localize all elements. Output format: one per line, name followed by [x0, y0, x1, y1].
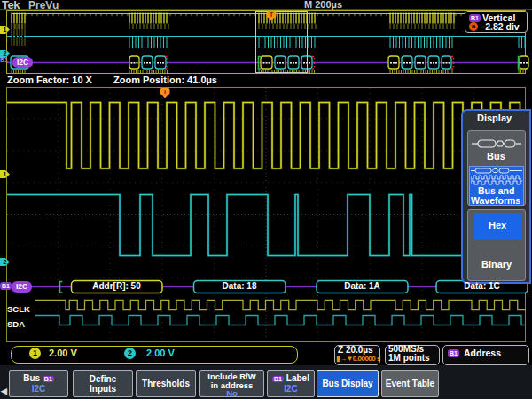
svg-text:T: T	[270, 11, 274, 19]
svg-text:T: T	[163, 88, 168, 96]
